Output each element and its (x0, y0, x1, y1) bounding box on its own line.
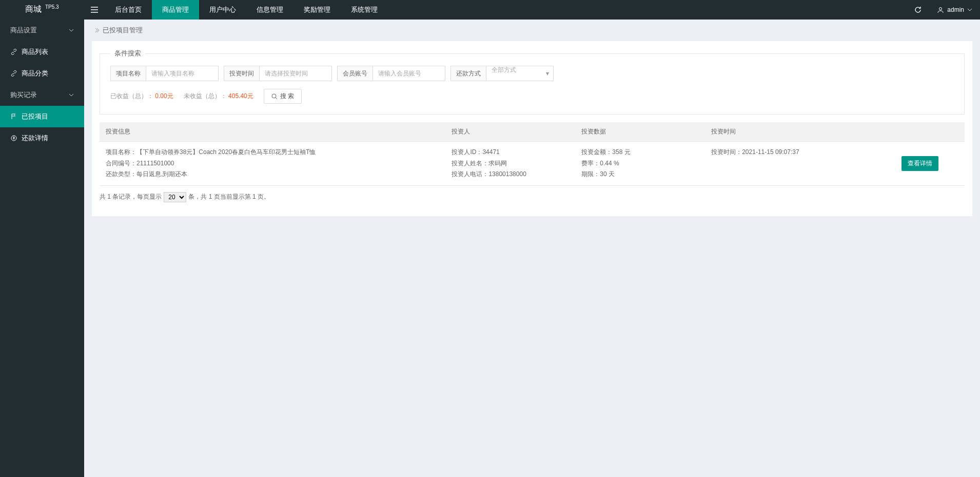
svg-point-2 (272, 94, 276, 98)
top-nav: 后台首页 商品管理 用户中心 信息管理 奖励管理 系统管理 (105, 0, 388, 20)
data-table: 投资信息 投资人 投资数据 投资时间 项目名称：【下单自动领券38元】Coach… (100, 122, 965, 186)
chevron-down-icon (69, 93, 74, 97)
th-data: 投资数据 (575, 122, 705, 142)
stat-earned-value: 0.00元 (155, 92, 173, 100)
stat-unearned-value: 405.40元 (228, 92, 253, 100)
sidebar-item-label: 商品列表 (22, 47, 48, 56)
cell-data: 投资金额：358 元 费率：0.44 % 期限：30 天 (575, 142, 705, 186)
header-right: admin (907, 0, 980, 20)
nav-product[interactable]: 商品管理 (152, 0, 199, 20)
chevron-right-icon (94, 28, 100, 33)
search-fieldset: 条件搜索 项目名称 投资时间 会员账号 还款方式 (100, 49, 965, 115)
dollar-icon (10, 135, 17, 142)
input-group-repay: 还款方式 全部方式 (450, 66, 554, 81)
th-info: 投资信息 (100, 122, 445, 142)
logo: 商城 TP5.3 (0, 4, 84, 15)
link-icon (10, 70, 17, 77)
link-icon (10, 48, 17, 55)
search-icon (271, 93, 278, 100)
pager-suffix: 条，共 1 页当前显示第 1 页。 (188, 193, 270, 201)
sidebar-item-label: 商品分类 (22, 69, 48, 78)
table-row: 项目名称：【下单自动领券38元】Coach 2020春夏白色马车印花男士短袖T恤… (100, 142, 965, 186)
sidebar-item-repay[interactable]: 还款详情 (0, 127, 84, 149)
input-group-name: 项目名称 (110, 66, 219, 81)
header: 商城 TP5.3 后台首页 商品管理 用户中心 信息管理 奖励管理 系统管理 a… (0, 0, 980, 20)
input-label: 项目名称 (111, 66, 146, 81)
search-legend: 条件搜索 (110, 49, 145, 58)
sidebar-group-label: 购买记录 (10, 90, 37, 100)
sidebar-item-product-category[interactable]: 商品分类 (0, 63, 84, 84)
pager: 共 1 条记录，每页显示 20 条，共 1 页当前显示第 1 页。 (100, 186, 965, 208)
cell-time: 投资时间：2021-11-15 09:07:37 (705, 142, 895, 186)
stats-row: 已收益（总）： 0.00元 未收益（总）： 405.40元 搜 索 (110, 89, 954, 104)
sidebar-group-product[interactable]: 商品设置 (0, 20, 84, 41)
input-group-account: 会员账号 (337, 66, 445, 81)
sidebar: 商品设置 商品列表 商品分类 购买记录 已投项目 (0, 20, 84, 477)
th-time: 投资时间 (705, 122, 895, 142)
search-button[interactable]: 搜 索 (264, 89, 302, 104)
main: 已投项目管理 条件搜索 项目名称 投资时间 会员账号 (84, 20, 980, 477)
page-size-select[interactable]: 20 (164, 192, 186, 202)
nav-user[interactable]: 用户中心 (199, 0, 246, 20)
stat-earned: 已收益（总）： 0.00元 (110, 92, 173, 101)
pager-prefix: 共 1 条记录，每页显示 (100, 193, 162, 201)
th-action (895, 122, 965, 142)
svg-point-0 (939, 8, 942, 10)
repay-type-select[interactable]: 全部方式 (486, 66, 553, 73)
sidebar-group-purchase[interactable]: 购买记录 (0, 84, 84, 106)
page-title: 已投项目管理 (103, 26, 143, 35)
invest-time-input[interactable] (260, 66, 331, 81)
user-menu[interactable]: admin (929, 0, 980, 20)
flag-icon (10, 113, 17, 120)
menu-icon (91, 6, 98, 13)
chevron-down-icon (69, 29, 74, 32)
stat-unearned: 未收益（总）： 405.40元 (184, 92, 253, 101)
content-panel: 条件搜索 项目名称 投资时间 会员账号 还款方式 (92, 41, 972, 216)
breadcrumb: 已投项目管理 (84, 20, 980, 41)
input-group-time: 投资时间 (224, 66, 332, 81)
sidebar-item-label: 已投项目 (22, 112, 48, 121)
sidebar-item-product-list[interactable]: 商品列表 (0, 41, 84, 63)
sidebar-group-label: 商品设置 (10, 26, 37, 35)
view-detail-button[interactable]: 查看详情 (901, 156, 938, 171)
chevron-down-icon (967, 8, 972, 11)
nav-reward[interactable]: 奖励管理 (293, 0, 341, 20)
search-row: 项目名称 投资时间 会员账号 还款方式 (110, 66, 954, 81)
table-header-row: 投资信息 投资人 投资数据 投资时间 (100, 122, 965, 142)
nav-info[interactable]: 信息管理 (246, 0, 293, 20)
app-version: TP5.3 (45, 4, 59, 10)
project-name-input[interactable] (146, 66, 218, 81)
refresh-button[interactable] (907, 0, 929, 20)
sidebar-item-invested[interactable]: 已投项目 (0, 106, 84, 127)
nav-home[interactable]: 后台首页 (105, 0, 152, 20)
cell-info: 项目名称：【下单自动领券38元】Coach 2020春夏白色马车印花男士短袖T恤… (100, 142, 445, 186)
sidebar-item-label: 还款详情 (22, 133, 48, 143)
input-label: 还款方式 (451, 66, 486, 81)
refresh-icon (914, 6, 922, 13)
sidebar-toggle[interactable] (84, 0, 105, 20)
app-name: 商城 (25, 5, 42, 14)
input-label: 会员账号 (338, 66, 373, 81)
user-name: admin (947, 6, 964, 13)
cell-investor: 投资人ID：34471 投资人姓名：求码网 投资人电话：13800138000 (445, 142, 575, 186)
input-label: 投资时间 (224, 66, 260, 81)
user-icon (937, 6, 944, 13)
cell-action: 查看详情 (895, 142, 965, 186)
th-investor: 投资人 (445, 122, 575, 142)
nav-system[interactable]: 系统管理 (341, 0, 388, 20)
member-account-input[interactable] (373, 66, 445, 81)
